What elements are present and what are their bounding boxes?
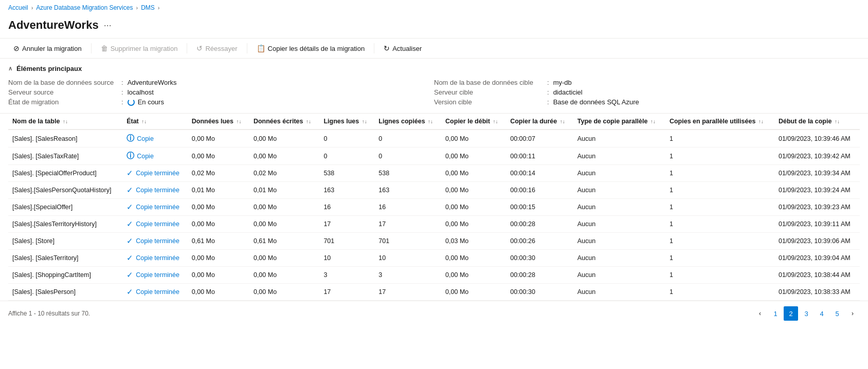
cell-state: ✓ Copie terminée <box>122 182 188 199</box>
delete-migration-button[interactable]: 🗑 Supprimer la migration <box>96 42 183 55</box>
status-label: Copie terminée <box>136 271 179 279</box>
check-icon: ✓ <box>126 186 133 195</box>
col-parallel-copies-used[interactable]: Copies en parallèle utilisées ↑↓ <box>665 114 774 130</box>
table-row: [Sales]. [SalesTaxRate] ⓘ Copie 0,00 Mo … <box>8 147 860 165</box>
cell-data-read: 0,00 Mo <box>188 216 249 233</box>
sort-icon-data-read: ↑↓ <box>237 119 242 124</box>
cell-data-written: 0,00 Mo <box>249 284 319 301</box>
cell-table-name: [Sales]. [SalesTerritory] <box>8 250 122 267</box>
next-page-button[interactable]: › <box>845 306 860 321</box>
page-btn-2[interactable]: 2 <box>784 306 798 321</box>
status-label: Copie terminée <box>136 220 179 228</box>
status-label: Copie terminée <box>136 288 179 296</box>
col-rows-read[interactable]: Lignes lues ↑↓ <box>319 114 374 130</box>
page-btn-4[interactable]: 4 <box>815 306 829 321</box>
cell-parallel-copy-type: Aucun <box>573 199 665 216</box>
check-icon: ✓ <box>126 219 133 229</box>
cell-data-read: 0,00 Mo <box>188 284 249 301</box>
cell-copy-duration: 00:00:30 <box>506 250 573 267</box>
col-copy-throughput[interactable]: Copier le débit ↑↓ <box>441 114 506 130</box>
cell-rows-copied: 0 <box>374 130 441 147</box>
footer: Affiche 1 - 10 résultats sur 70. ‹ 1 2 3… <box>0 301 868 326</box>
breadcrumb-service[interactable]: Azure Database Migration Services <box>36 4 133 11</box>
cell-copy-duration: 00:00:07 <box>506 130 573 147</box>
table-row: [Sales]. [SalesTerritory] ✓ Copie termin… <box>8 250 860 267</box>
col-data-written[interactable]: Données écrites ↑↓ <box>249 114 319 130</box>
col-state[interactable]: État ↑↓ <box>122 114 188 130</box>
check-icon: ✓ <box>126 270 133 280</box>
page-title-ellipsis[interactable]: ··· <box>104 20 112 31</box>
cell-rows-read: 0 <box>319 130 374 147</box>
col-data-read[interactable]: Données lues ↑↓ <box>188 114 249 130</box>
copy-details-button[interactable]: 📋 Copier les détails de la migration <box>251 42 370 55</box>
table-row: [Sales]. [SalesPerson] ✓ Copie terminée … <box>8 284 860 301</box>
check-icon: ✓ <box>126 253 133 263</box>
cell-data-read: 0,61 Mo <box>188 233 249 250</box>
cell-state: ✓ Copie terminée <box>122 233 188 250</box>
section-header[interactable]: ∧ Éléments principaux <box>8 65 860 72</box>
cell-rows-read: 10 <box>319 250 374 267</box>
cell-parallel-copy-type: Aucun <box>573 267 665 284</box>
cell-parallel-copy-type: Aucun <box>573 216 665 233</box>
status-label: Copie terminée <box>136 170 179 177</box>
delete-icon: 🗑 <box>101 44 108 52</box>
cell-data-written: 0,00 Mo <box>249 199 319 216</box>
page-btn-3[interactable]: 3 <box>799 306 813 321</box>
cell-parallel-copies-used: 1 <box>665 130 774 147</box>
prev-page-button[interactable]: ‹ <box>753 306 767 321</box>
refresh-button[interactable]: ↻ Actualiser <box>378 42 427 55</box>
cell-parallel-copies-used: 1 <box>665 284 774 301</box>
info-target-version: Version cible : Base de données SQL Azur… <box>434 97 860 107</box>
table-row: [Sales].[SpecialOffer] ✓ Copie terminée … <box>8 199 860 216</box>
cell-copy-throughput: 0,00 Mo <box>441 250 506 267</box>
cell-table-name: [Sales].[SalesTerritoryHistory] <box>8 216 122 233</box>
cell-rows-copied: 10 <box>374 250 441 267</box>
spinner-icon <box>128 99 135 106</box>
sort-icon-parallel-copy-type: ↑↓ <box>650 119 656 124</box>
page-btn-5[interactable]: 5 <box>830 306 844 321</box>
page-btn-1[interactable]: 1 <box>768 306 783 321</box>
cell-copy-start: 01/09/2023, 10:39:34 AM <box>774 165 860 182</box>
delete-label: Supprimer la migration <box>111 45 178 52</box>
info-left: Nom de la base de données source : Adven… <box>8 78 434 107</box>
cell-parallel-copies-used: 1 <box>665 267 774 284</box>
cell-data-written: 0,01 Mo <box>249 182 319 199</box>
cell-copy-duration: 00:00:28 <box>506 216 573 233</box>
toolbar-separator-2 <box>187 43 187 53</box>
source-db-label: Nom de la base de données source <box>8 79 121 86</box>
cancel-migration-button[interactable]: ⊘ Annuler la migration <box>8 42 87 55</box>
check-icon: ✓ <box>126 169 133 178</box>
cell-copy-duration: 00:00:26 <box>506 233 573 250</box>
col-copy-duration[interactable]: Copier la durée ↑↓ <box>506 114 573 130</box>
cell-copy-start: 01/09/2023, 10:38:33 AM <box>774 284 860 301</box>
cell-copy-start: 01/09/2023, 10:39:06 AM <box>774 233 860 250</box>
cell-state: ⓘ Copie <box>122 147 188 165</box>
results-summary: Affiche 1 - 10 résultats sur 70. <box>8 310 90 317</box>
info-grid: Nom de la base de données source : Adven… <box>8 78 860 107</box>
cell-state: ✓ Copie terminée <box>122 199 188 216</box>
copy-icon: 📋 <box>257 44 265 52</box>
source-server-label: Serveur source <box>8 88 121 96</box>
target-version-value: Base de données SQL Azure <box>553 98 639 106</box>
cell-copy-start: 01/09/2023, 10:39:24 AM <box>774 182 860 199</box>
cell-data-written: 0,02 Mo <box>249 165 319 182</box>
col-copy-start[interactable]: Début de la copie ↑↓ <box>774 114 860 130</box>
cell-state: ✓ Copie terminée <box>122 165 188 182</box>
retry-button[interactable]: ↺ Réessayer <box>191 42 242 55</box>
sort-icon-state: ↑↓ <box>141 119 147 124</box>
breadcrumb-dms[interactable]: DMS <box>141 4 155 11</box>
info-source-server: Serveur source : localhost <box>8 87 434 97</box>
status-label: Copie terminée <box>136 254 179 262</box>
col-rows-copied[interactable]: Lignes copiées ↑↓ <box>374 114 441 130</box>
cell-copy-start: 01/09/2023, 10:39:42 AM <box>774 147 860 165</box>
cell-parallel-copies-used: 1 <box>665 199 774 216</box>
cell-copy-duration: 00:00:16 <box>506 182 573 199</box>
breadcrumb: Accueil › Azure Database Migration Servi… <box>0 0 868 15</box>
col-table-name[interactable]: Nom de la table ↑↓ <box>8 114 122 130</box>
cell-data-written: 0,00 Mo <box>249 267 319 284</box>
section-chevron-icon: ∧ <box>8 65 12 72</box>
col-parallel-copy-type[interactable]: Type de copie parallèle ↑↓ <box>573 114 665 130</box>
cell-data-read: 0,00 Mo <box>188 250 249 267</box>
cell-data-read: 0,00 Mo <box>188 130 249 147</box>
breadcrumb-home[interactable]: Accueil <box>8 4 28 11</box>
